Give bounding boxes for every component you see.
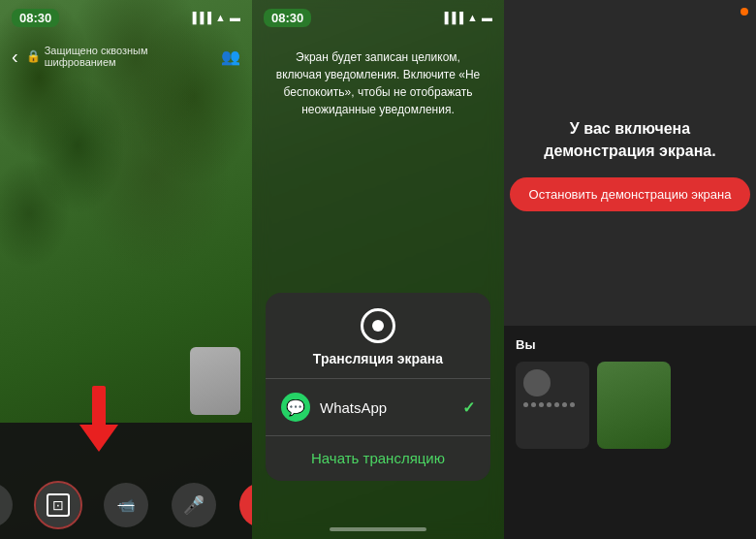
video-icon: 📹 bbox=[118, 497, 135, 513]
home-indicator-2 bbox=[330, 527, 426, 531]
whatsapp-label: WhatsApp bbox=[320, 399, 453, 416]
whatsapp-icon: 💬 bbox=[281, 393, 310, 422]
dots-line bbox=[523, 402, 575, 407]
panel1: 08:30 ▐▐▐ ▲ ▬ ‹ 🔒 Защищено сквозным шифр… bbox=[0, 0, 252, 539]
lock-wrap: 🔒 Защищено сквозным шифрованием bbox=[26, 45, 213, 68]
wifi-icon-2: ▲ bbox=[467, 12, 478, 23]
end-call-icon: 📞 bbox=[251, 494, 252, 516]
panel2: 08:30 ▐▐▐ ▲ ▬ Экран будет записан целико… bbox=[252, 0, 504, 539]
dot-2 bbox=[531, 402, 536, 407]
start-broadcast-label[interactable]: Начать трансляцию bbox=[311, 450, 445, 466]
avatar-thumb-inner bbox=[516, 362, 589, 449]
dot-4 bbox=[547, 402, 551, 407]
dot-5 bbox=[554, 402, 559, 407]
toolbar-buttons: 📷 ⊡ 📹 🎤 📞 bbox=[0, 483, 252, 527]
screen-share-icon: ⊡ bbox=[47, 493, 70, 517]
dot-3 bbox=[539, 402, 544, 407]
camera-button[interactable]: 📷 bbox=[0, 483, 13, 527]
modal-whatsapp-item[interactable]: 💬 WhatsApp ✓ bbox=[266, 379, 490, 435]
dot-1 bbox=[523, 402, 528, 407]
status-bar-2: 08:30 ▐▐▐ ▲ ▬ bbox=[252, 0, 504, 35]
info-text-content: Экран будет записан целиком, включая уве… bbox=[276, 50, 480, 116]
mini-preview bbox=[190, 347, 240, 415]
modal-header: Трансляция экрана bbox=[266, 293, 490, 378]
modal-popup: Трансляция экрана 💬 WhatsApp ✓ Начать тр… bbox=[266, 293, 490, 481]
info-text-2: Экран будет записан целиком, включая уве… bbox=[252, 48, 504, 118]
you-label: Вы bbox=[516, 337, 744, 352]
mute-button[interactable]: 🎤 bbox=[172, 483, 216, 527]
camera-icon: 📷 bbox=[0, 494, 1, 516]
video-thumb-inner bbox=[597, 362, 671, 449]
mic-icon: 🎤 bbox=[183, 494, 205, 516]
video-button[interactable]: 📹 bbox=[104, 483, 148, 527]
panel3-top: У вас включена демонстрация экрана. Оста… bbox=[504, 0, 756, 330]
panel3-bottom: Вы bbox=[504, 326, 756, 539]
signal-icon: ▐▐▐ bbox=[189, 12, 211, 23]
status-time-1: 08:30 bbox=[12, 9, 59, 27]
toolbar-1: 📷 ⊡ 📹 🎤 📞 bbox=[0, 423, 252, 539]
thumbnails bbox=[516, 362, 744, 449]
battery-icon: ▬ bbox=[230, 12, 240, 23]
header-1: ‹ 🔒 Защищено сквозным шифрованием 👥 bbox=[0, 35, 252, 78]
recording-dot bbox=[740, 8, 748, 16]
end-call-button[interactable]: 📞 bbox=[239, 483, 252, 527]
battery-icon-2: ▬ bbox=[482, 12, 492, 23]
status-icons-2: ▐▐▐ ▲ ▬ bbox=[441, 12, 492, 23]
mini-preview-inner bbox=[190, 347, 240, 415]
lock-text: Защищено сквозным шифрованием bbox=[45, 45, 213, 68]
whatsapp-logo: 💬 bbox=[286, 398, 305, 417]
video-thumbnail bbox=[597, 362, 671, 449]
lock-icon: 🔒 bbox=[26, 49, 41, 63]
arrow-head bbox=[79, 425, 118, 452]
start-broadcast-wrap[interactable]: Начать трансляцию bbox=[266, 436, 490, 481]
dot-7 bbox=[570, 402, 575, 407]
status-icons-1: ▐▐▐ ▲ ▬ bbox=[189, 12, 240, 23]
status-bar-1: 08:30 ▐▐▐ ▲ ▬ bbox=[0, 0, 252, 35]
screen-share-button[interactable]: ⊡ bbox=[36, 483, 80, 527]
panel3: У вас включена демонстрация экрана. Оста… bbox=[504, 0, 756, 539]
avatar-thumbnail bbox=[516, 362, 589, 449]
status-time-2: 08:30 bbox=[264, 9, 311, 27]
back-button[interactable]: ‹ bbox=[12, 46, 18, 68]
broadcast-title: Трансляция экрана bbox=[281, 351, 475, 366]
stop-screen-share-button[interactable]: Остановить демонстрацию экрана bbox=[510, 177, 751, 211]
contacts-icon[interactable]: 👥 bbox=[221, 48, 240, 66]
screen-share-text: У вас включена демонстрация экрана. bbox=[504, 118, 756, 162]
dot-6 bbox=[562, 402, 567, 407]
wifi-icon: ▲ bbox=[215, 12, 226, 23]
avatar-circle bbox=[523, 369, 551, 396]
signal-icon-2: ▐▐▐ bbox=[441, 12, 463, 23]
broadcast-icon bbox=[361, 308, 395, 343]
checkmark-icon: ✓ bbox=[462, 398, 475, 417]
